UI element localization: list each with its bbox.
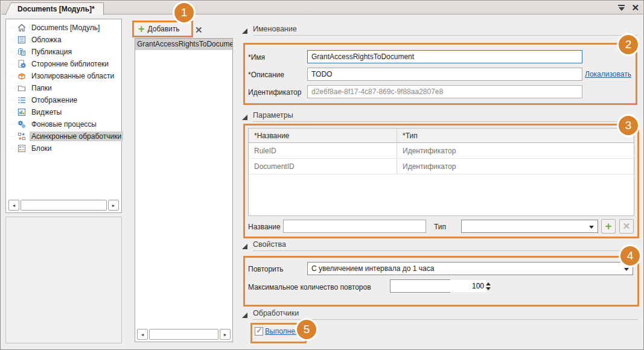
parameters-table-header: *Название *Тип (249, 129, 634, 143)
window-menu-icon[interactable] (617, 4, 625, 11)
blocks-icon (17, 144, 27, 153)
plus-icon: + (138, 24, 145, 34)
repeat-dropdown[interactable]: С увеличением интервала до 1 часа (307, 262, 633, 275)
param-type-dropdown[interactable] (461, 220, 598, 233)
section-header-naming[interactable]: Именование (242, 26, 638, 36)
publication-icon (17, 47, 27, 57)
add-button-label: Добавить (148, 25, 180, 33)
background-processes-icon (17, 119, 27, 129)
tree-item-async-handlers[interactable]: ··· Асинхронные обработчики (6, 130, 121, 142)
localize-link[interactable]: Локализовать (585, 70, 631, 78)
window-controls: ✕ (617, 4, 639, 11)
section-header-properties[interactable]: Свойства (242, 241, 638, 251)
callout-badge-2: 2 (617, 33, 640, 56)
collapse-triangle-icon (242, 28, 247, 34)
section-title: Параметры (253, 111, 293, 119)
param-type-label: Тип (434, 223, 446, 231)
tree-item-cover[interactable]: ··· Обложка (6, 34, 121, 46)
tree-item-isolated-areas[interactable]: ··· Изолированные области (6, 70, 121, 82)
execution-checkbox[interactable]: ✓ (255, 327, 263, 336)
parameters-table: *Название *Тип RuleID Идентификатор Docu… (248, 128, 634, 216)
collapse-triangle-icon (242, 313, 247, 318)
tree-item-folders[interactable]: ··· Папки (6, 82, 121, 94)
id-field-label: Идентификатор (248, 88, 301, 97)
param-name-input[interactable] (283, 220, 426, 233)
max-repeats-label: Максимальное количество повторов (248, 283, 371, 291)
callout-badge-3: 3 (617, 114, 640, 137)
callout-badge-4: 4 (619, 244, 642, 267)
max-repeats-stepper[interactable] (390, 279, 450, 293)
tab-title: Documents [Модуль]* (18, 5, 95, 13)
tree-item-widgets[interactable]: ··· Виджеты (6, 106, 121, 118)
handler-list: GrantAccessRightsToDocument ◄ ► (135, 38, 233, 342)
chevron-down-icon (589, 226, 594, 229)
column-header-type[interactable]: *Тип (397, 129, 634, 142)
table-row[interactable]: RuleID Идентификатор (249, 143, 634, 159)
repeat-label: Повторить (248, 265, 284, 273)
display-icon (17, 95, 27, 105)
scroll-right-arrow[interactable]: ► (220, 329, 231, 340)
tree-item-display[interactable]: ··· Отображение (6, 94, 121, 106)
identifier-input (307, 85, 582, 98)
tree-item-publication[interactable]: ··· Публикация (6, 46, 121, 58)
spin-up-icon[interactable] (486, 282, 491, 285)
section-title: Обработчики (253, 309, 299, 317)
tree-detail-empty-panel (5, 217, 122, 343)
module-editor-window: Documents [Модуль]* ✕ ··· Documents [Мод… (0, 0, 644, 350)
description-input[interactable] (307, 68, 582, 81)
tree-item-third-party-libraries[interactable]: ··· Сторонние библиотеки (6, 58, 121, 70)
spin-down-icon[interactable] (486, 287, 491, 290)
scroll-left-arrow[interactable]: ◄ (137, 329, 148, 340)
async-handlers-icon (17, 132, 27, 141)
folders-icon (17, 83, 27, 93)
checkmark-icon: ✓ (256, 326, 263, 335)
tree-item-background-processes[interactable]: ··· Фоновые процессы (6, 118, 121, 130)
section-header-parameters[interactable]: Параметры (242, 112, 638, 122)
spinner-arrows[interactable] (486, 280, 491, 292)
collapse-triangle-icon (242, 244, 247, 249)
cover-icon (17, 35, 27, 45)
add-handler-button[interactable]: + Добавить (135, 22, 191, 36)
scroll-thumb[interactable] (149, 329, 218, 340)
tree-item-documents-module[interactable]: ··· Documents [Модуль] (6, 22, 121, 34)
scroll-right-arrow[interactable]: ► (108, 200, 119, 211)
remove-parameter-button[interactable]: ✕ (619, 219, 634, 234)
scroll-left-arrow[interactable]: ◄ (8, 200, 19, 211)
tree-item-blocks[interactable]: ··· Блоки (6, 142, 121, 154)
param-name-label: Название (248, 223, 281, 231)
callout-badge-1: 1 (173, 1, 196, 24)
add-parameter-button[interactable]: + (601, 219, 616, 234)
delete-handler-icon[interactable]: ✕ (195, 25, 203, 36)
tab-strip: Documents [Модуль]* ✕ (1, 1, 643, 14)
close-icon[interactable]: ✕ (631, 4, 639, 11)
collapse-triangle-icon (242, 115, 247, 120)
libraries-icon (17, 59, 27, 69)
isolated-areas-icon (17, 71, 27, 81)
max-repeats-input[interactable] (391, 280, 486, 292)
handler-list-item[interactable]: GrantAccessRightsToDocument (135, 39, 232, 50)
column-header-name[interactable]: *Название (249, 129, 397, 142)
callout-badge-5: 5 (295, 318, 318, 341)
name-input[interactable] (307, 50, 582, 63)
chevron-down-icon (624, 268, 629, 271)
handler-list-horizontal-scrollbar: ◄ ► (137, 329, 231, 340)
name-field-label: *Имя (248, 53, 265, 62)
tree-horizontal-scrollbar: ◄ ► (8, 200, 119, 211)
table-row[interactable]: DocumentID Идентификатор (249, 159, 634, 174)
tab-documents-module[interactable]: Documents [Модуль]* (11, 2, 104, 15)
widgets-icon (17, 107, 27, 117)
section-title: Именование (253, 25, 297, 33)
description-field-label: *Описание (248, 71, 284, 79)
section-title: Свойства (253, 240, 286, 249)
scroll-thumb[interactable] (21, 200, 107, 211)
home-icon (17, 23, 27, 33)
module-nav-tree: ··· Documents [Модуль] ··· Обложка ··· П… (5, 19, 122, 213)
